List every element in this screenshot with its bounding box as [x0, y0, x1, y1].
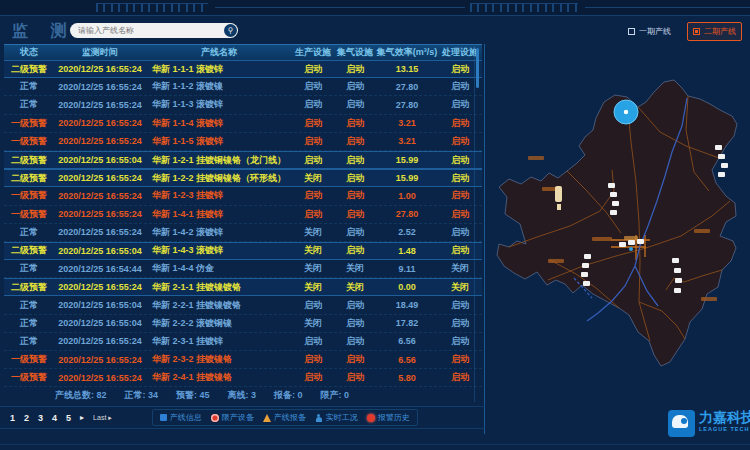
- cell-production-facility: 启动: [292, 98, 334, 111]
- table-row[interactable]: 正常 2020/12/25 16:55:24 华新 1-1-2 滚镀镍 启动 启…: [4, 78, 482, 96]
- page-number-button[interactable]: 3: [38, 413, 43, 423]
- cell-treatment-facility: 启动: [438, 371, 482, 384]
- cell-time: 2020/12/25 16:55:24: [54, 100, 146, 110]
- legend-bell[interactable]: 报警历史: [367, 412, 410, 423]
- limit-device-icon: [211, 414, 219, 422]
- cell-treatment-facility: 启动: [438, 353, 482, 366]
- cell-line-name: 华新 1-2-1 挂镀铜镍铬（龙门线）: [146, 154, 292, 167]
- page-number-button[interactable]: 2: [24, 413, 29, 423]
- table-row[interactable]: 正常 2020/12/25 16:55:04 华新 2-2-1 挂镀镍镀铬 启动…: [4, 296, 482, 314]
- cell-status: 正常: [4, 226, 54, 239]
- cell-production-facility: 启动: [292, 208, 334, 221]
- phase-filter-checkbox[interactable]: 二期产线: [687, 22, 742, 41]
- meander-pattern: [470, 3, 578, 12]
- cell-line-name: 华新 2-2-1 挂镀镍镀铬: [146, 299, 292, 312]
- legend-triangle[interactable]: 产线报备: [263, 412, 306, 423]
- cell-time: 2020/12/25 16:55:24: [54, 191, 146, 201]
- cell-production-facility: 启动: [292, 117, 334, 130]
- cell-gas-facility: 启动: [334, 208, 376, 221]
- cell-status: 正常: [4, 317, 54, 330]
- cell-gas-facility: 启动: [334, 226, 376, 239]
- table-row[interactable]: 一级预警 2020/12/25 16:55:24 华新 1-1-5 滚镀锌 启动…: [4, 133, 482, 151]
- cell-line-name: 华新 1-4-3 滚镀锌: [146, 244, 292, 257]
- cell-line-name: 华新 1-1-2 滚镀镍: [146, 80, 292, 93]
- last-page-button[interactable]: Last ▸: [93, 414, 112, 422]
- line-report-icon: [263, 414, 271, 422]
- cell-efficiency: 6.56: [376, 355, 438, 365]
- search-icon[interactable]: ⚲: [224, 24, 237, 37]
- table-row[interactable]: 正常 2020/12/25 16:55:24 华新 1-1-3 滚镀锌 启动 启…: [4, 96, 482, 114]
- cell-line-name: 华新 1-4-4 仿金: [146, 262, 292, 275]
- league-tech-logo-icon[interactable]: [668, 410, 695, 437]
- cell-efficiency: 15.99: [376, 155, 438, 165]
- table-row[interactable]: 一级预警 2020/12/25 16:55:24 华新 2-4-1 挂镀镍铬 启…: [4, 369, 482, 387]
- cell-status: 一级预警: [4, 208, 54, 221]
- table-row[interactable]: 正常 2020/12/25 16:54:44 华新 1-4-4 仿金 关闭 关闭…: [4, 260, 482, 278]
- summary-item: 报备: 0: [274, 389, 303, 402]
- column-header: 产线名称: [146, 46, 292, 59]
- cell-line-name: 华新 2-1-1 挂镀镍镀铬: [146, 281, 292, 294]
- brand-name: 力嘉科技: [699, 410, 750, 424]
- table-row[interactable]: 正常 2020/12/25 16:55:24 华新 2-3-1 挂镀锌 启动 启…: [4, 333, 482, 351]
- cell-efficiency: 3.21: [376, 136, 438, 146]
- summary-item: 离线: 3: [228, 389, 257, 402]
- legend-square[interactable]: 产线信息: [160, 412, 202, 423]
- cell-time: 2020/12/25 16:54:44: [54, 264, 146, 274]
- phase-filter-label: 二期产线: [704, 26, 736, 37]
- legend-circle[interactable]: 限产设备: [211, 412, 254, 423]
- table-row[interactable]: 一级预警 2020/12/25 16:55:24 华新 2-3-2 挂镀镍铬 启…: [4, 351, 482, 369]
- cell-production-facility: 启动: [292, 371, 334, 384]
- alarm-history-icon: [367, 414, 375, 422]
- page-number-button[interactable]: 1: [10, 413, 15, 423]
- cell-status: 正常: [4, 299, 54, 312]
- cell-treatment-facility: 启动: [438, 135, 482, 148]
- pagination: 12345▸Last ▸: [0, 413, 112, 423]
- table-row[interactable]: 正常 2020/12/25 16:55:24 华新 1-4-2 滚镀锌 关闭 启…: [4, 224, 482, 242]
- cell-efficiency: 2.52: [376, 227, 438, 237]
- cell-line-name: 华新 1-1-3 滚镀锌: [146, 98, 292, 111]
- cell-line-name: 华新 2-3-2 挂镀镍铬: [146, 353, 292, 366]
- next-page-button[interactable]: ▸: [80, 413, 84, 422]
- cell-line-name: 华新 2-2-2 滚镀铜镍: [146, 317, 292, 330]
- page-number-button[interactable]: 5: [66, 413, 71, 423]
- table-row[interactable]: 二级预警 2020/12/25 16:55:24 华新 2-1-1 挂镀镍镀铬 …: [4, 278, 482, 296]
- cell-time: 2020/12/25 16:55:24: [54, 82, 146, 92]
- table-row[interactable]: 二级预警 2020/12/25 16:55:04 华新 1-4-3 滚镀锌 关闭…: [4, 242, 482, 260]
- cell-time: 2020/12/25 16:55:24: [54, 118, 146, 128]
- cell-treatment-facility: 启动: [438, 208, 482, 221]
- table-row[interactable]: 正常 2020/12/25 16:55:04 华新 2-2-2 滚镀铜镍 关闭 …: [4, 315, 482, 333]
- district-map[interactable]: [488, 50, 750, 410]
- cell-treatment-facility: 关闭: [438, 262, 482, 275]
- cell-time: 2020/12/25 16:55:24: [54, 64, 146, 74]
- cell-treatment-facility: 关闭: [438, 281, 482, 294]
- cell-treatment-facility: 启动: [438, 317, 482, 330]
- cell-status: 二级预警: [4, 244, 54, 257]
- phase-filter-checkbox[interactable]: 一期产线: [622, 22, 677, 41]
- page-number-button[interactable]: 4: [52, 413, 57, 423]
- cell-time: 2020/12/25 16:55:04: [54, 246, 146, 256]
- checkbox-icon: [628, 28, 635, 35]
- realtime-status-icon: [315, 414, 323, 422]
- table-row[interactable]: 二级预警 2020/12/25 16:55:24 华新 1-1-1 滚镀锌 启动…: [4, 60, 482, 78]
- table-row[interactable]: 二级预警 2020/12/25 16:55:04 华新 1-2-1 挂镀铜镍铬（…: [4, 151, 482, 169]
- cell-production-facility: 启动: [292, 353, 334, 366]
- cell-treatment-facility: 启动: [438, 172, 482, 185]
- cell-gas-facility: 启动: [334, 335, 376, 348]
- table-row[interactable]: 一级预警 2020/12/25 16:55:24 华新 1-4-1 挂镀锌 启动…: [4, 206, 482, 224]
- cell-time: 2020/12/25 16:55:24: [54, 227, 146, 237]
- brand-logo: 力嘉科技 LEAGUE TECH: [668, 410, 750, 448]
- panel-divider: [484, 44, 485, 434]
- cell-efficiency: 13.15: [376, 64, 438, 74]
- cell-time: 2020/12/25 16:55:04: [54, 300, 146, 310]
- table-row[interactable]: 一级预警 2020/12/25 16:55:24 华新 1-1-4 滚镀锌 启动…: [4, 115, 482, 133]
- cell-efficiency: 18.49: [376, 300, 438, 310]
- legend-bar: 产线信息 限产设备 产线报备 实时工况 报警历史: [152, 409, 418, 426]
- cell-efficiency: 17.82: [376, 318, 438, 328]
- search-input[interactable]: [70, 26, 224, 35]
- cell-time: 2020/12/25 16:55:24: [54, 336, 146, 346]
- legend-person[interactable]: 实时工况: [315, 412, 358, 423]
- cell-line-name: 华新 1-4-1 挂镀锌: [146, 208, 292, 221]
- table-row[interactable]: 一级预警 2020/12/25 16:55:24 华新 1-2-3 挂镀锌 启动…: [4, 187, 482, 205]
- scrollbar-thumb[interactable]: [476, 48, 479, 88]
- table-row[interactable]: 二级预警 2020/12/25 16:55:24 华新 1-2-2 挂镀铜镍铬（…: [4, 169, 482, 187]
